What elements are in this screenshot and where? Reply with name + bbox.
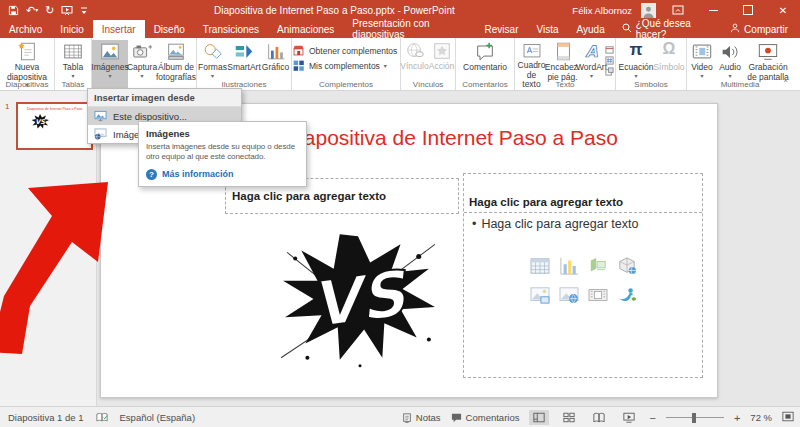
- minimize-button[interactable]: [700, 0, 726, 20]
- group-tablas: Tabla ▾ Tablas: [55, 38, 92, 90]
- group-ilustraciones: Formas ▾ SmartArt Gráfico Ilustraciones: [197, 38, 292, 90]
- slideshow-view-button[interactable]: [619, 410, 639, 425]
- ribbon: Nueva diapositiva ▾ Diapositivas Tabla ▾…: [0, 38, 800, 91]
- fit-slide-button[interactable]: [782, 411, 794, 424]
- right-content-placeholder[interactable]: Haga clic para agregar texto • Haga clic…: [463, 173, 703, 378]
- tooltip-help-link[interactable]: ? Más información: [146, 169, 299, 180]
- object-icon[interactable]: [605, 67, 614, 76]
- group-label: Símbolos: [616, 80, 686, 89]
- screenshot-label: Captura: [127, 63, 157, 73]
- close-button[interactable]: ✕: [770, 0, 796, 20]
- date-time-icon[interactable]: [605, 45, 614, 54]
- share-label: Compartir: [744, 24, 788, 35]
- right-placeholder-bullet-prompt: Haga clic para agregar texto: [481, 217, 638, 231]
- right-placeholder-heading[interactable]: Haga clic para agregar texto: [464, 174, 702, 213]
- notes-label: Notas: [416, 412, 441, 423]
- photo-album-button[interactable]: Álbum de fotografías: [156, 40, 196, 90]
- slide-title[interactable]: Diapositiva de Internet Paso a Paso: [284, 126, 618, 150]
- group-diapositivas: Nueva diapositiva ▾ Diapositivas: [0, 38, 55, 90]
- insert-picture-icon[interactable]: [528, 283, 552, 307]
- tab-archivo[interactable]: Archivo: [0, 20, 51, 38]
- insert-video-icon[interactable]: [586, 283, 610, 307]
- tab-animaciones[interactable]: Animaciones: [268, 20, 343, 38]
- images-button[interactable]: Imágenes ▾: [92, 40, 128, 90]
- tab-insertar[interactable]: Insertar: [93, 20, 145, 38]
- insert-smartart-icon[interactable]: [586, 254, 610, 278]
- redo-icon[interactable]: ↻: [45, 5, 54, 16]
- header-footer-icon: [552, 41, 574, 62]
- dropdown-arrow-icon: ▾: [634, 73, 637, 79]
- action-icon: [432, 41, 452, 61]
- undo-dropdown-arrow-icon[interactable]: ▾: [35, 7, 38, 13]
- group-label: Comentarios: [456, 80, 514, 89]
- zoom-in-button[interactable]: +: [734, 412, 740, 424]
- notes-button[interactable]: Notas: [402, 412, 441, 423]
- tab-revisar[interactable]: Revisar: [476, 20, 528, 38]
- right-placeholder-bullet: • Haga clic para agregar texto: [464, 213, 702, 231]
- reading-view-button[interactable]: [589, 410, 609, 425]
- svg-text:VS: VS: [35, 118, 46, 126]
- chart-icon: [265, 41, 287, 62]
- dropdown-arrow-icon: ▾: [140, 73, 143, 79]
- tab-ayuda[interactable]: Ayuda: [568, 20, 614, 38]
- restore-button[interactable]: [735, 0, 761, 20]
- group-label: Vínculos: [401, 80, 455, 89]
- table-icon: [62, 41, 84, 62]
- dropdown-arrow-icon: ▾: [700, 73, 703, 79]
- ribbon-display-options-icon[interactable]: [665, 0, 691, 20]
- slide-thumbnail-panel: 1 Diapositiva de Internet Paso a Paso VS: [0, 90, 97, 406]
- zoom-slider-knob[interactable]: [692, 413, 696, 423]
- dropdown-arrow-icon: ▾: [211, 73, 214, 79]
- my-addins-button[interactable]: Mis complementos ▾: [292, 59, 400, 72]
- comments-button[interactable]: Comentarios: [451, 412, 520, 423]
- insert-3d-model-icon[interactable]: [615, 254, 639, 278]
- vs-text: VS: [307, 257, 414, 343]
- search-icon: [622, 23, 632, 35]
- chart-label: Gráfico: [262, 63, 289, 73]
- screenshot-button[interactable]: Captura ▾: [128, 40, 156, 90]
- store-icon: [292, 44, 305, 57]
- insert-table-icon[interactable]: [528, 254, 552, 278]
- tab-presentacion[interactable]: Presentación con diapositivas: [343, 20, 475, 38]
- equation-icon: π: [629, 41, 642, 62]
- tab-vista[interactable]: Vista: [527, 20, 567, 38]
- tell-me-search[interactable]: ¿Qué desea hacer?: [614, 20, 718, 38]
- spellcheck-icon[interactable]: [96, 412, 108, 423]
- slide-number-icon[interactable]: [605, 56, 614, 65]
- collapse-ribbon-icon[interactable]: ⌃: [782, 79, 789, 88]
- tab-inicio[interactable]: Inicio: [51, 20, 92, 38]
- account-name[interactable]: Félix Albornoz: [572, 5, 632, 16]
- normal-view-button[interactable]: [529, 410, 549, 425]
- more-info-label: Más información: [162, 169, 234, 179]
- zoom-out-button[interactable]: −: [649, 412, 655, 424]
- dropdown-arrow-icon: ▾: [590, 73, 593, 79]
- slide-thumbnail[interactable]: Diapositiva de Internet Paso a Paso VS: [16, 102, 93, 150]
- quick-access-toolbar: ↶▾ ↻: [0, 5, 96, 16]
- zoom-slider[interactable]: [666, 413, 724, 423]
- share-button[interactable]: Compartir: [718, 20, 800, 38]
- titlebar-right: Félix Albornoz ✕: [572, 0, 800, 20]
- images-label: Imágenes: [91, 63, 128, 73]
- avatar[interactable]: [641, 3, 656, 18]
- get-addins-button[interactable]: Obtener complementos: [292, 44, 400, 57]
- tab-diseno[interactable]: Diseño: [145, 20, 194, 38]
- vs-graphic[interactable]: VS: [277, 228, 439, 370]
- zoom-level[interactable]: 72 %: [750, 412, 772, 423]
- language-selector[interactable]: Español (España): [120, 412, 196, 423]
- start-presentation-icon[interactable]: [61, 5, 73, 16]
- group-multimedia: Video ▾ Audio ▾ Grabación de pantalla Mu…: [687, 38, 793, 90]
- text-box-icon: A: [521, 41, 543, 60]
- insert-chart-icon[interactable]: [557, 254, 581, 278]
- slide-sorter-view-button[interactable]: [559, 410, 579, 425]
- dropdown-arrow-icon: ▾: [108, 73, 111, 79]
- undo-icon[interactable]: ↶▾: [26, 5, 38, 16]
- tab-transiciones[interactable]: Transiciones: [194, 20, 268, 38]
- group-texto: A Cuadro de texto Encabez. pie pág. A Wo…: [515, 38, 616, 90]
- group-label: Multimedia: [687, 80, 793, 89]
- notes-icon: [402, 413, 412, 423]
- powerpoint-window: ↶▾ ↻ Diapositiva de Internet Paso a Paso…: [0, 0, 800, 427]
- insert-icons-icon[interactable]: [615, 283, 639, 307]
- insert-online-picture-icon[interactable]: [557, 283, 581, 307]
- save-icon[interactable]: [8, 5, 19, 16]
- customize-qat-icon[interactable]: [80, 6, 88, 15]
